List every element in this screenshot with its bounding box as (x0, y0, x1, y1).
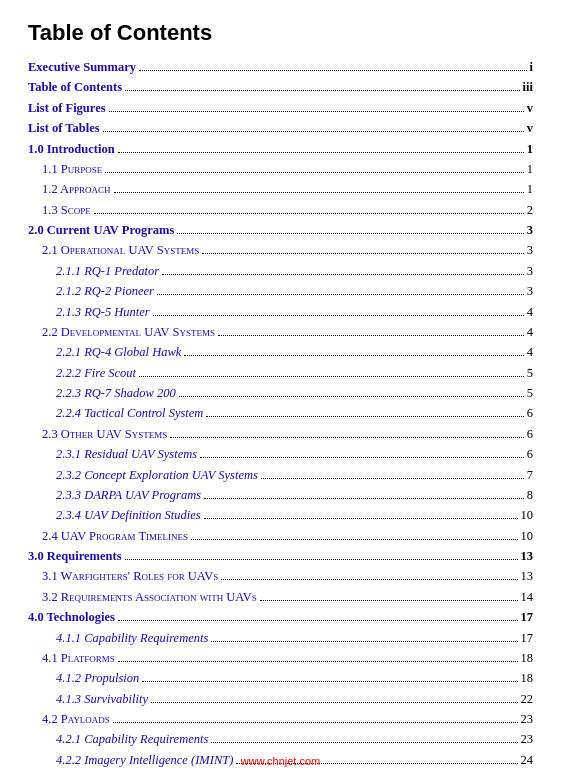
toc-label[interactable]: 2.3.4 UAV Definition Studies (56, 506, 201, 525)
toc-entry[interactable]: 1.2 Approach1 (28, 180, 533, 199)
toc-label[interactable]: 3.0 Requirements (28, 547, 122, 566)
toc-dots (142, 681, 517, 682)
toc-entry[interactable]: 2.3.3 DARPA UAV Programs8 (28, 486, 533, 505)
toc-dots (204, 518, 518, 519)
toc-label[interactable]: 2.4 UAV Program Timelines (42, 527, 188, 546)
toc-page: 1 (527, 160, 533, 179)
toc-entry[interactable]: 2.3 Other UAV Systems6 (28, 425, 533, 444)
toc-page: 3 (527, 241, 533, 260)
toc-page: 5 (527, 364, 533, 383)
toc-dots (153, 315, 524, 316)
toc-entry[interactable]: 4.1 Platforms18 (28, 649, 533, 668)
toc-entry[interactable]: 3.0 Requirements13 (28, 547, 533, 566)
toc-page: 1 (527, 180, 533, 199)
toc-label[interactable]: 2.2.1 RQ-4 Global Hawk (56, 343, 181, 362)
toc-entry[interactable]: Executive Summaryi (28, 58, 533, 77)
toc-label[interactable]: 4.2.1 Capability Requirements (56, 730, 208, 749)
toc-label[interactable]: Table of Contents (28, 78, 122, 97)
toc-label[interactable]: 2.3.2 Concept Exploration UAV Systems (56, 466, 258, 485)
toc-label[interactable]: 1.0 Introduction (28, 140, 115, 159)
toc-page: 18 (521, 649, 534, 668)
toc-entry[interactable]: 1.0 Introduction1 (28, 140, 533, 159)
toc-page: 6 (527, 425, 533, 444)
toc-label[interactable]: List of Figures (28, 99, 106, 118)
toc-label[interactable]: 1.2 Approach (42, 180, 111, 199)
toc-entry[interactable]: 4.0 Technologies17 (28, 608, 533, 627)
toc-entry[interactable]: 2.1.3 RQ-5 Hunter4 (28, 303, 533, 322)
toc-dots (211, 742, 517, 743)
toc-dots (200, 457, 524, 458)
toc-page: 4 (527, 343, 533, 362)
toc-dots (113, 722, 518, 723)
toc-label[interactable]: 2.2.4 Tactical Control System (56, 404, 203, 423)
toc-entry[interactable]: 2.2.4 Tactical Control System6 (28, 404, 533, 423)
toc-entry[interactable]: 4.2 Payloads23 (28, 710, 533, 729)
toc-page: 22 (521, 690, 534, 709)
toc-dots (139, 70, 527, 71)
toc-page: 23 (521, 710, 534, 729)
toc-entry[interactable]: 4.1.1 Capability Requirements17 (28, 629, 533, 648)
toc-label[interactable]: List of Tables (28, 119, 100, 138)
toc-page: 5 (527, 384, 533, 403)
toc-label[interactable]: 2.3.3 DARPA UAV Programs (56, 486, 201, 505)
toc-label[interactable]: 4.1.1 Capability Requirements (56, 629, 208, 648)
toc-label[interactable]: 4.2 Payloads (42, 710, 110, 729)
toc-entry[interactable]: 4.1.2 Propulsion18 (28, 669, 533, 688)
watermark: www.chnjet.com (241, 755, 320, 767)
toc-entry[interactable]: List of Figuresv (28, 99, 533, 118)
toc-label[interactable]: 1.3 Scope (42, 201, 91, 220)
toc-label[interactable]: 2.3.1 Residual UAV Systems (56, 445, 197, 464)
toc-label[interactable]: 4.0 Technologies (28, 608, 115, 627)
toc-page: 18 (521, 669, 534, 688)
toc-label[interactable]: 2.1.2 RQ-2 Pioneer (56, 282, 154, 301)
toc-page: v (527, 99, 533, 118)
toc-entry[interactable]: 2.4 UAV Program Timelines10 (28, 527, 533, 546)
toc-entry[interactable]: 4.1.3 Survivability22 (28, 690, 533, 709)
toc-label[interactable]: 4.1 Platforms (42, 649, 115, 668)
toc-label[interactable]: 2.1 Operational UAV Systems (42, 241, 199, 260)
toc-entry[interactable]: 2.0 Current UAV Programs3 (28, 221, 533, 240)
toc-label[interactable]: 1.1 Purpose (42, 160, 102, 179)
toc-page: 3 (527, 282, 533, 301)
toc-entry[interactable]: 1.3 Scope2 (28, 201, 533, 220)
toc-dots (151, 702, 518, 703)
toc-entry[interactable]: 2.3.2 Concept Exploration UAV Systems7 (28, 466, 533, 485)
toc-entry[interactable]: 2.3.1 Residual UAV Systems6 (28, 445, 533, 464)
toc-entry[interactable]: 2.1.2 RQ-2 Pioneer3 (28, 282, 533, 301)
toc-label[interactable]: 2.3 Other UAV Systems (42, 425, 167, 444)
toc-label[interactable]: 2.0 Current UAV Programs (28, 221, 174, 240)
toc-page: i (530, 58, 533, 77)
toc-label[interactable]: 2.2.3 RQ-7 Shadow 200 (56, 384, 176, 403)
toc-entry[interactable]: 3.1 Warfighters' Roles for UAVs13 (28, 567, 533, 586)
toc-label[interactable]: 2.2 Developmental UAV Systems (42, 323, 215, 342)
toc-dots (125, 90, 520, 91)
toc-entry[interactable]: 2.2.1 RQ-4 Global Hawk4 (28, 343, 533, 362)
toc-entry[interactable]: 4.2.1 Capability Requirements23 (28, 730, 533, 749)
toc-entry[interactable]: 2.2.2 Fire Scout5 (28, 364, 533, 383)
toc-entry[interactable]: 2.1 Operational UAV Systems3 (28, 241, 533, 260)
toc-label[interactable]: 2.1.3 RQ-5 Hunter (56, 303, 150, 322)
toc-entry[interactable]: Table of Contentsiii (28, 78, 533, 97)
toc-label[interactable]: 3.2 Requirements Association with UAVs (42, 588, 257, 607)
toc-label[interactable]: Executive Summary (28, 58, 136, 77)
toc-label[interactable]: 4.2.2 Imagery Intelligence (IMINT) (56, 751, 233, 770)
toc-page: 24 (521, 751, 534, 770)
toc-entry[interactable]: 3.2 Requirements Association with UAVs14 (28, 588, 533, 607)
toc-page: 3 (527, 221, 533, 240)
toc-label[interactable]: 3.1 Warfighters' Roles for UAVs (42, 567, 218, 586)
toc-entry[interactable]: 2.1.1 RQ-1 Predator3 (28, 262, 533, 281)
toc-entry[interactable]: 2.2.3 RQ-7 Shadow 2005 (28, 384, 533, 403)
toc-dots (204, 498, 524, 499)
toc-dots (125, 559, 518, 560)
toc-entry[interactable]: 2.2 Developmental UAV Systems4 (28, 323, 533, 342)
toc-entry[interactable]: 1.1 Purpose1 (28, 160, 533, 179)
toc-page: 17 (521, 608, 534, 627)
toc-label[interactable]: 2.1.1 RQ-1 Predator (56, 262, 159, 281)
toc-entry[interactable]: List of Tablesv (28, 119, 533, 138)
toc-label[interactable]: 4.1.3 Survivability (56, 690, 148, 709)
toc-label[interactable]: 4.1.2 Propulsion (56, 669, 139, 688)
toc-page: 2 (527, 201, 533, 220)
toc-entry[interactable]: 2.3.4 UAV Definition Studies10 (28, 506, 533, 525)
toc-label[interactable]: 2.2.2 Fire Scout (56, 364, 136, 383)
toc-page: 1 (527, 140, 533, 159)
